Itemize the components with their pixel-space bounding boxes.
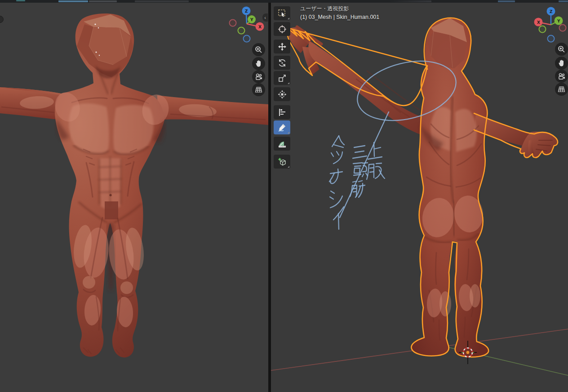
svg-text:X: X [258,25,262,29]
navigation-gizmo[interactable]: Z Y X [227,4,267,45]
titlebar-fragment [559,0,568,2]
blender-screen: ‹ Z Y X [0,0,568,392]
projection-toggle-button[interactable] [555,83,568,96]
hand-icon [255,60,262,67]
tool-move-button[interactable] [274,40,290,53]
measure-icon [278,139,287,148]
tool-select-box-button[interactable] [274,6,290,20]
zoom-button[interactable] [555,43,568,56]
camera-icon [255,73,263,80]
transform-icon [278,90,287,99]
axis-neg-y-ball [539,26,546,33]
grid-projection-icon [255,86,262,93]
titlebar-fragment [389,0,431,2]
tool-cursor-button[interactable] [274,22,290,36]
annotate-pencil-icon [278,123,287,132]
tool-scale-button[interactable] [274,71,290,85]
axis-neg-x-ball [559,25,566,31]
axis-neg-z-ball [548,36,555,42]
right-viewport[interactable]: 上腕三頭筋 ムツカシイ ユーザー・透視投影 (1) 03_Mesh | Skin… [271,3,568,392]
grid-projection-icon [558,86,565,93]
select-box-icon [278,9,287,18]
titlebar-fragment [135,0,189,2]
scale-icon [278,74,287,83]
viewport-header: ユーザー・透視投影 (1) 03_Mesh | Skin_Human.001 [300,4,379,22]
svg-text:Z: Z [245,9,248,13]
rotate-icon [278,58,287,67]
object-breadcrumb: (1) 03_Mesh | Skin_Human.001 [300,13,379,22]
titlebar-fragment [16,0,25,1]
pan-button[interactable] [252,57,265,70]
camera-view-button[interactable] [555,70,568,83]
tool-rotate-button[interactable] [274,56,290,70]
zoom-icon [558,45,565,53]
pan-button[interactable] [555,57,568,70]
svg-text:Y: Y [250,18,253,22]
axis-neg-y-ball [238,27,245,34]
titlebar-fragment [498,0,515,2]
tool-measure-button[interactable] [274,137,290,151]
svg-text:Y: Y [557,19,560,23]
view-mode-label: ユーザー・透視投影 [300,4,379,13]
tool-transform-button[interactable] [274,87,290,101]
add-cube-icon [278,157,287,166]
align-lines-icon [278,108,287,117]
hand-icon [558,59,565,67]
tool-annotate-button[interactable] [274,120,290,134]
axis-neg-z-ball [244,36,250,42]
front-view-render [0,3,268,392]
cursor-tool-icon [278,25,287,34]
titlebar-fragment [89,0,117,2]
svg-text:X: X [537,20,540,25]
zoom-button[interactable] [252,43,265,56]
zoom-icon [255,46,262,53]
camera-icon [558,73,566,80]
back-view-render [271,3,568,392]
projection-toggle-button[interactable] [252,83,265,96]
camera-view-button[interactable] [252,70,265,83]
left-viewport[interactable]: ‹ Z Y X [0,3,268,392]
window-top-strip [0,0,568,3]
navigation-gizmo[interactable]: Z X Y [533,4,568,45]
titlebar-fragment [58,0,88,2]
viewport-divider[interactable] [268,0,271,392]
svg-text:Z: Z [550,9,553,14]
tool-add-cube-button[interactable] [274,155,290,169]
tool-align-lines-button[interactable] [274,105,290,119]
axis-neg-x-ball [230,20,236,27]
move-icon [278,42,287,51]
